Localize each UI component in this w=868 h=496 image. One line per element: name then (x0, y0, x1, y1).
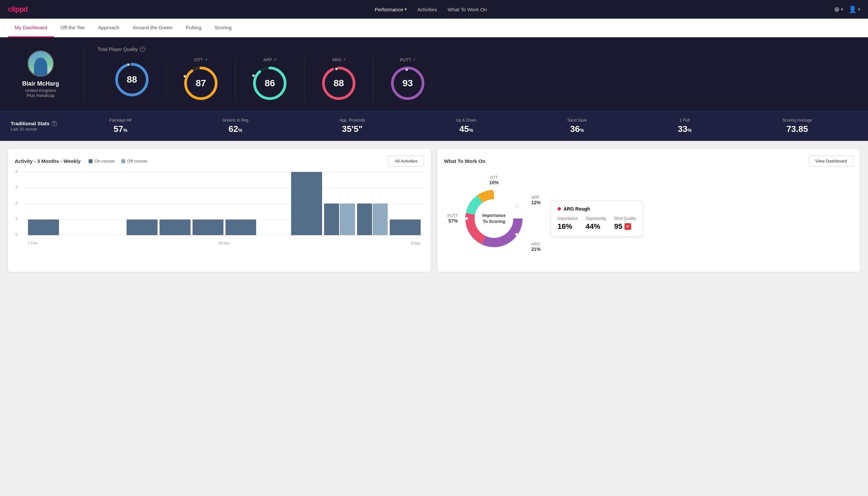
tpq-section: Total Player Quality ? 88 OTT ↗ (98, 47, 857, 102)
tab-around-the-green[interactable]: Around the Green (126, 19, 179, 37)
info-icon[interactable]: ? (140, 47, 145, 52)
ring-putt: 93 (389, 65, 426, 102)
stats-title: Traditional Stats ? (11, 121, 64, 126)
legend-off-course: Off course (121, 158, 147, 164)
trend-arrow-app: ↗ (273, 58, 277, 62)
tab-approach[interactable]: Approach (91, 19, 126, 37)
bar-on-course (127, 219, 158, 235)
top-nav: clippd Performance ▾ Activities What To … (0, 0, 868, 19)
user-menu-button[interactable]: 👤 ▾ (848, 5, 860, 13)
tab-bar: My Dashboard Off the Tee Approach Around… (0, 19, 868, 37)
bar-group (291, 172, 322, 235)
hero-section: Blair McHarg United Kingdom Plus Handica… (0, 37, 868, 111)
view-dashboard-button[interactable]: View Dashboard (809, 156, 853, 167)
nav-what-to-work-on[interactable]: What To Work On (448, 7, 487, 12)
bar-group (357, 203, 388, 235)
score-ott: OTT ↗ 87 (167, 57, 236, 102)
svg-point-18 (465, 217, 468, 220)
metric-importance: Importance 16% (557, 216, 578, 231)
score-label-putt: PUTT ↗ (400, 57, 416, 62)
main-content: Activity - 3 Months - Weekly On course O… (0, 141, 868, 280)
chevron-down-icon: ▾ (841, 7, 843, 12)
activity-card: Activity - 3 Months - Weekly On course O… (8, 149, 431, 272)
info-icon-stats[interactable]: ? (52, 121, 57, 126)
score-putt: PUTT ↗ 93 (373, 57, 442, 102)
work-on-title: What To Work On (444, 158, 485, 164)
bar-group (225, 219, 256, 235)
bar-on-course (324, 203, 339, 235)
player-handicap: Plus Handicap (27, 93, 54, 98)
player-name: Blair McHarg (22, 80, 59, 87)
tab-scoring[interactable]: Scoring (208, 19, 238, 37)
ring-ott: 87 (183, 65, 219, 102)
score-value-ott: 87 (195, 78, 206, 89)
score-value-putt: 93 (403, 78, 413, 89)
stat-updown: Up & Down 45% (456, 118, 476, 134)
all-activities-button[interactable]: All Activities (388, 156, 424, 167)
svg-point-15 (493, 189, 495, 191)
chart-legend: On course Off course (89, 158, 147, 164)
bar-group (324, 203, 355, 235)
stat-scoring-avg: Scoring Average 73.85 (783, 118, 812, 134)
activity-card-header: Activity - 3 Months - Weekly On course O… (15, 156, 424, 167)
score-arg: ARG ↗ 88 (304, 57, 373, 102)
stat-proximity: App. Proximity 35'5" (340, 118, 365, 134)
chevron-down-icon: ▾ (858, 7, 860, 12)
bars-container (25, 172, 424, 235)
score-label-ott: OTT ↗ (194, 57, 207, 62)
bar-on-course (160, 219, 190, 235)
score-label-arg: ARG ↗ (332, 57, 345, 62)
ring-arg: 88 (320, 65, 357, 102)
metric-shot-quality: Shot Quality 95 ▼ (614, 216, 636, 231)
bar-group (192, 219, 223, 235)
score-value-arg: 88 (333, 78, 344, 89)
svg-point-14 (475, 199, 513, 238)
player-country: United Kingdom (25, 88, 56, 93)
tab-off-the-tee[interactable]: Off the Tee (54, 19, 92, 37)
donut-area: OTT 10% APP 12% ARG 21% PUTT 57% (444, 172, 544, 265)
nav-activities[interactable]: Activities (417, 7, 437, 12)
bar-on-course (357, 203, 372, 235)
info-card-title: ARG Rough (557, 206, 636, 212)
ring-total: 88 (114, 61, 150, 98)
donut-label-arg: ARG 21% (531, 242, 541, 252)
donut-svg (461, 185, 527, 252)
work-on-card: What To Work On View Dashboard OTT 10% A… (437, 149, 860, 272)
stats-items: Fairways Hit 57% Greens In Reg 62% App. … (64, 118, 857, 134)
info-metrics: Importance 16% Opportunity 44% Shot Qual… (557, 216, 636, 231)
divider (84, 47, 84, 102)
x-label-mar: 28 Mar (218, 241, 230, 245)
svg-point-17 (515, 233, 518, 236)
nav-links: Performance ▾ Activities What To Work On (375, 7, 487, 12)
legend-on-course: On course (89, 158, 114, 164)
stats-bar: Traditional Stats ? Last 20 rounds Fairw… (0, 111, 868, 141)
plus-circle-icon: ⊕ (834, 5, 840, 13)
score-value-app: 86 (265, 78, 275, 89)
bar-off-course (340, 203, 355, 235)
bar-on-course (291, 172, 322, 235)
x-axis: 7 Feb 28 Mar 9 May (25, 241, 424, 245)
tab-my-dashboard[interactable]: My Dashboard (8, 19, 54, 37)
svg-point-16 (515, 204, 518, 207)
x-label-may: 9 May (411, 241, 421, 245)
bar-off-course (373, 203, 388, 235)
dot-pink (557, 207, 561, 211)
trend-arrow-putt: ↗ (412, 58, 415, 62)
info-card: ARG Rough Importance 16% Opportunity 44%… (551, 201, 643, 236)
donut-label-app: APP 12% (531, 195, 541, 205)
bar-group (390, 219, 421, 235)
score-value-total: 88 (127, 74, 137, 85)
bar-group (127, 219, 158, 235)
add-button[interactable]: ⊕ ▾ (834, 5, 843, 13)
donut-label-putt: PUTT 57% (447, 214, 458, 223)
logo: clippd (8, 5, 28, 14)
bar-on-course (28, 219, 59, 235)
player-info: Blair McHarg United Kingdom Plus Handica… (11, 50, 70, 98)
nav-performance[interactable]: Performance ▾ (375, 7, 407, 12)
score-app: APP ↗ 86 (236, 57, 304, 102)
activity-chart-title: Activity - 3 Months - Weekly (15, 158, 81, 164)
donut-label-ott: OTT 10% (489, 175, 499, 185)
tab-putting[interactable]: Putting (179, 19, 208, 37)
bar-on-course (225, 219, 256, 235)
trend-arrow-arg: ↗ (343, 58, 346, 62)
